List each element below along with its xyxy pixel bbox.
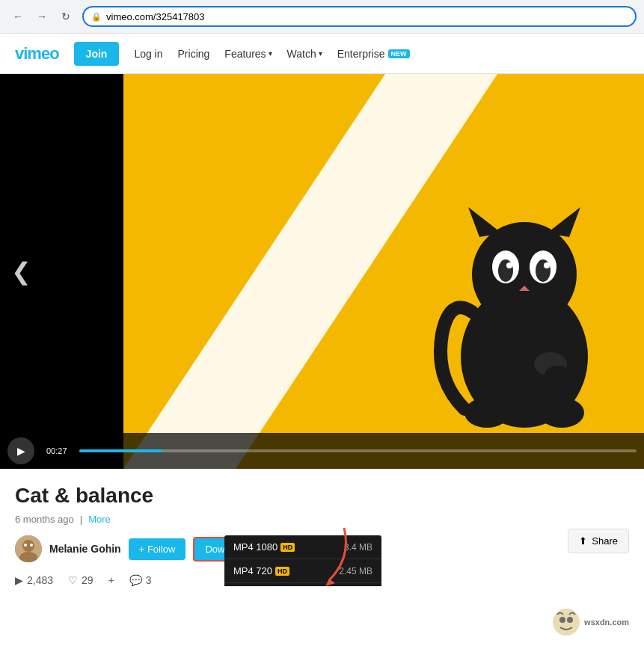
- plays-stat: ▶ 2,483: [15, 574, 53, 586]
- video-bg: [123, 74, 644, 469]
- content-area: Cat & balance 6 months ago | More Melani…: [0, 469, 644, 586]
- heart-icon: ♡: [68, 574, 78, 586]
- follow-button[interactable]: + Follow: [129, 538, 186, 560]
- more-link[interactable]: More: [88, 514, 111, 525]
- comments-stat[interactable]: 💬 3: [129, 574, 152, 586]
- share-icon: ⬆: [579, 535, 587, 547]
- svg-point-20: [30, 544, 33, 547]
- comments-count: 3: [146, 574, 152, 586]
- video-age: 6 months ago: [15, 514, 74, 525]
- progress-fill: [79, 449, 163, 452]
- features-chevron-icon: ▾: [269, 49, 272, 58]
- nav-features[interactable]: Features ▾: [224, 48, 272, 60]
- vimeo-logo: vimeo: [15, 44, 59, 64]
- refresh-button[interactable]: ↻: [55, 6, 76, 27]
- play-button[interactable]: ▶: [7, 437, 34, 464]
- nav-login[interactable]: Log in: [134, 48, 162, 60]
- vimeo-nav: vimeo Join Log in Pricing Features ▾ Wat…: [0, 34, 644, 74]
- watch-chevron-icon: ▾: [319, 49, 322, 58]
- meta-row: 6 months ago | More: [15, 514, 629, 525]
- join-button[interactable]: Join: [74, 42, 120, 66]
- likes-count: 29: [82, 574, 93, 586]
- plays-count: 2,483: [27, 574, 53, 586]
- browser-chrome: ← → ↻ 🔒: [0, 0, 644, 34]
- download-dropdown: MP4 1080 HD 3.4 MB MP4 720 HD 2.45 MB MP…: [224, 535, 381, 586]
- nav-watch[interactable]: Watch ▾: [287, 48, 322, 60]
- video-title: Cat & balance: [15, 484, 629, 508]
- hd-badge-720: HD: [275, 567, 289, 576]
- share-label: Share: [592, 535, 618, 547]
- add-icon: +: [108, 574, 114, 586]
- download-1080[interactable]: MP4 1080 HD 3.4 MB: [224, 535, 381, 559]
- new-badge: NEW: [388, 49, 410, 58]
- forward-button[interactable]: →: [31, 6, 52, 27]
- download-540[interactable]: MP4 540 2.2 MB: [224, 583, 381, 586]
- nav-enterprise[interactable]: Enterprise NEW: [337, 48, 410, 60]
- lock-icon: 🔒: [91, 12, 102, 22]
- add-stat[interactable]: +: [108, 574, 114, 586]
- url-input[interactable]: [106, 11, 628, 22]
- comment-icon: 💬: [129, 574, 142, 586]
- progress-bar[interactable]: [79, 449, 637, 452]
- author-row: Melanie Gohin + Follow Download MP4 1080…: [15, 535, 629, 562]
- share-button[interactable]: ⬆ Share: [568, 529, 629, 553]
- nav-pricing[interactable]: Pricing: [178, 48, 210, 60]
- prev-arrow[interactable]: ❮: [11, 257, 31, 286]
- svg-point-19: [24, 544, 27, 547]
- author-name: Melanie Gohin: [49, 543, 121, 555]
- hd-badge-1080: HD: [280, 543, 295, 552]
- time-display: 00:27: [42, 445, 72, 457]
- play-icon: ▶: [15, 574, 23, 586]
- address-bar[interactable]: 🔒: [82, 6, 637, 27]
- video-controls: ▶ 00:27: [0, 433, 644, 469]
- avatar: [15, 535, 42, 562]
- video-player: ❮ ▶ 00:27: [0, 74, 644, 469]
- back-button[interactable]: ←: [7, 6, 28, 27]
- download-720[interactable]: MP4 720 HD 2.45 MB: [224, 559, 381, 583]
- likes-stat[interactable]: ♡ 29: [68, 574, 93, 586]
